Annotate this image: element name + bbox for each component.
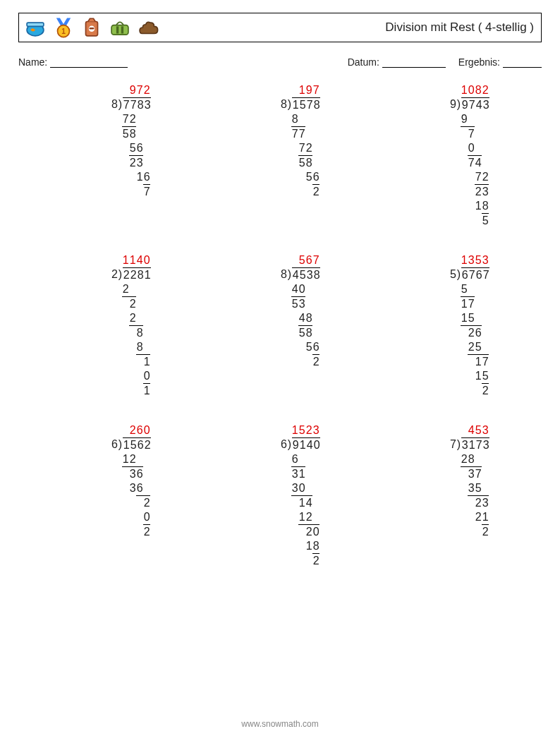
footer-url: www.snowmath.com (241, 719, 318, 729)
quotient: 1523 (291, 423, 319, 437)
divisor-dividend-row: 6)1562 (111, 437, 151, 452)
division-problem: 5)13535)67675)51715262517152 (406, 253, 533, 398)
quotient: 453 (461, 423, 489, 437)
division-problem: 8)1978)15788)8777258562 (237, 83, 364, 228)
divisor-dividend-row: 7)3173 (450, 437, 489, 452)
division-problem: 2)11402)22812)22288101 (68, 253, 195, 398)
divisor-dividend-row: 8)4538 (281, 267, 320, 282)
quotient: 1353 (461, 253, 489, 267)
name-label: Name: (18, 56, 47, 68)
result-blank (503, 57, 542, 68)
page-title: Division mit Rest ( 4-stellig ) (385, 20, 534, 35)
quotient: 197 (291, 83, 319, 97)
divisor-dividend-row: 9)9743 (450, 97, 489, 112)
info-row: Name: Datum: Ergebnis: (18, 56, 542, 68)
footer: www.snowmath.com (0, 719, 560, 729)
division-problem: 7)4537)31737)28373523212 (406, 423, 533, 568)
poop-icon (136, 16, 160, 40)
divisor-dividend-row: 8)7783 (111, 97, 151, 112)
name-blank (50, 57, 128, 68)
divisor-dividend-row: 6)9140 (281, 437, 320, 452)
divisor-dividend-row: 2)2281 (111, 267, 151, 282)
fishbowl-icon (23, 16, 47, 40)
problem-row: 6)2606)15626)1236362026)15236)91406)6313… (18, 423, 542, 568)
division-problem: 6)15236)91406)63130141220182 (237, 423, 364, 568)
quotient: 1140 (122, 253, 150, 267)
division-problem: 6)2606)15626)123636202 (68, 423, 195, 568)
result-label: Ergebnis: (458, 56, 500, 68)
quotient: 972 (122, 83, 150, 97)
date-blank (382, 57, 446, 68)
problems-grid: 8)9728)77838)725856231678)1978)15788)877… (18, 83, 542, 568)
quotient: 260 (122, 423, 150, 437)
svg-rect-9 (121, 26, 123, 33)
quotient: 1082 (461, 83, 489, 97)
division-problem: 9)10829)97439)970747223185 (406, 83, 533, 228)
medal-icon: 1 (51, 16, 75, 40)
header-icons: 1 (23, 16, 160, 40)
food-bag-icon (80, 16, 104, 40)
svg-rect-8 (116, 26, 118, 33)
svg-rect-6 (90, 28, 95, 30)
division-problem: 8)9728)77838)72585623167 (68, 83, 195, 228)
svg-text:1: 1 (61, 28, 66, 35)
header-bar: 1 Division mit Rest ( 4-stellig ) (18, 13, 542, 42)
divisor-dividend-row: 8)1578 (281, 97, 320, 112)
problem-row: 8)9728)77838)725856231678)1978)15788)877… (18, 83, 542, 228)
carrier-icon (108, 16, 132, 40)
problem-row: 2)11402)22812)222881018)5678)45388)40534… (18, 253, 542, 398)
division-problem: 8)5678)45388)40534858562 (237, 253, 364, 398)
svg-rect-1 (27, 23, 44, 26)
svg-rect-7 (111, 25, 128, 35)
divisor-dividend-row: 5)6767 (450, 267, 489, 282)
worksheet-page: 1 Division mit Rest ( 4-stellig ) Name: … (0, 0, 560, 743)
date-label: Datum: (348, 56, 379, 68)
quotient: 567 (291, 253, 319, 267)
